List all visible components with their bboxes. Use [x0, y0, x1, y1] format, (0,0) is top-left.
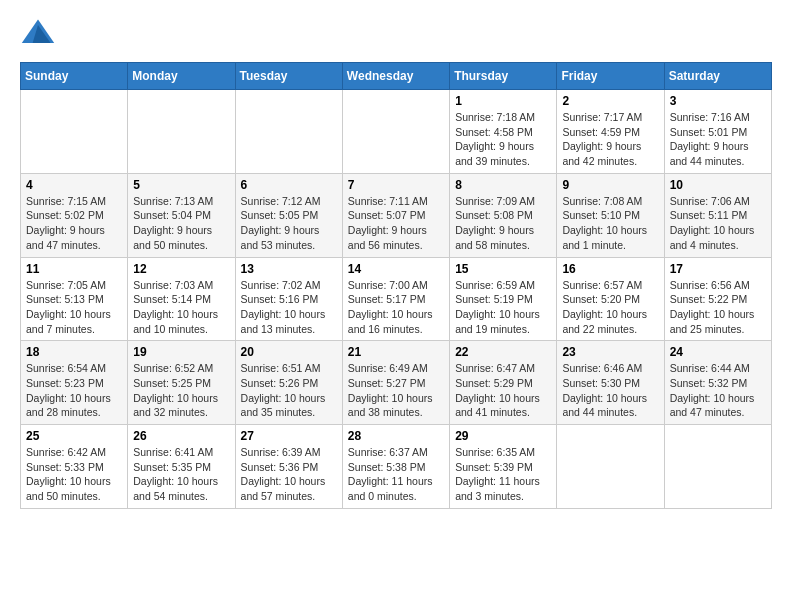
- day-info: Sunrise: 7:17 AM Sunset: 4:59 PM Dayligh…: [562, 110, 658, 169]
- calendar-cell: 19Sunrise: 6:52 AM Sunset: 5:25 PM Dayli…: [128, 341, 235, 425]
- calendar-cell: 2Sunrise: 7:17 AM Sunset: 4:59 PM Daylig…: [557, 90, 664, 174]
- calendar-cell: [342, 90, 449, 174]
- day-info: Sunrise: 6:54 AM Sunset: 5:23 PM Dayligh…: [26, 361, 122, 420]
- day-number: 16: [562, 262, 658, 276]
- calendar-cell: 13Sunrise: 7:02 AM Sunset: 5:16 PM Dayli…: [235, 257, 342, 341]
- calendar-cell: 27Sunrise: 6:39 AM Sunset: 5:36 PM Dayli…: [235, 425, 342, 509]
- day-info: Sunrise: 6:57 AM Sunset: 5:20 PM Dayligh…: [562, 278, 658, 337]
- day-number: 1: [455, 94, 551, 108]
- day-number: 9: [562, 178, 658, 192]
- week-row-3: 11Sunrise: 7:05 AM Sunset: 5:13 PM Dayli…: [21, 257, 772, 341]
- day-info: Sunrise: 7:00 AM Sunset: 5:17 PM Dayligh…: [348, 278, 444, 337]
- weekday-header-sunday: Sunday: [21, 63, 128, 90]
- day-number: 20: [241, 345, 337, 359]
- week-row-4: 18Sunrise: 6:54 AM Sunset: 5:23 PM Dayli…: [21, 341, 772, 425]
- day-number: 26: [133, 429, 229, 443]
- calendar-cell: 15Sunrise: 6:59 AM Sunset: 5:19 PM Dayli…: [450, 257, 557, 341]
- day-number: 22: [455, 345, 551, 359]
- calendar-cell: 3Sunrise: 7:16 AM Sunset: 5:01 PM Daylig…: [664, 90, 771, 174]
- day-number: 13: [241, 262, 337, 276]
- calendar-cell: 14Sunrise: 7:00 AM Sunset: 5:17 PM Dayli…: [342, 257, 449, 341]
- weekday-header-row: SundayMondayTuesdayWednesdayThursdayFrid…: [21, 63, 772, 90]
- weekday-header-saturday: Saturday: [664, 63, 771, 90]
- calendar-cell: 22Sunrise: 6:47 AM Sunset: 5:29 PM Dayli…: [450, 341, 557, 425]
- calendar-cell: 12Sunrise: 7:03 AM Sunset: 5:14 PM Dayli…: [128, 257, 235, 341]
- day-number: 15: [455, 262, 551, 276]
- day-info: Sunrise: 6:39 AM Sunset: 5:36 PM Dayligh…: [241, 445, 337, 504]
- day-number: 7: [348, 178, 444, 192]
- day-info: Sunrise: 7:13 AM Sunset: 5:04 PM Dayligh…: [133, 194, 229, 253]
- calendar-cell: 4Sunrise: 7:15 AM Sunset: 5:02 PM Daylig…: [21, 173, 128, 257]
- calendar-cell: 24Sunrise: 6:44 AM Sunset: 5:32 PM Dayli…: [664, 341, 771, 425]
- week-row-2: 4Sunrise: 7:15 AM Sunset: 5:02 PM Daylig…: [21, 173, 772, 257]
- day-number: 10: [670, 178, 766, 192]
- weekday-header-friday: Friday: [557, 63, 664, 90]
- day-number: 24: [670, 345, 766, 359]
- day-number: 14: [348, 262, 444, 276]
- day-info: Sunrise: 7:12 AM Sunset: 5:05 PM Dayligh…: [241, 194, 337, 253]
- calendar-cell: 16Sunrise: 6:57 AM Sunset: 5:20 PM Dayli…: [557, 257, 664, 341]
- day-info: Sunrise: 6:35 AM Sunset: 5:39 PM Dayligh…: [455, 445, 551, 504]
- calendar-table: SundayMondayTuesdayWednesdayThursdayFrid…: [20, 62, 772, 509]
- calendar-cell: 29Sunrise: 6:35 AM Sunset: 5:39 PM Dayli…: [450, 425, 557, 509]
- calendar-cell: 8Sunrise: 7:09 AM Sunset: 5:08 PM Daylig…: [450, 173, 557, 257]
- calendar-cell: 17Sunrise: 6:56 AM Sunset: 5:22 PM Dayli…: [664, 257, 771, 341]
- day-info: Sunrise: 6:47 AM Sunset: 5:29 PM Dayligh…: [455, 361, 551, 420]
- calendar-cell: 25Sunrise: 6:42 AM Sunset: 5:33 PM Dayli…: [21, 425, 128, 509]
- calendar-cell: 7Sunrise: 7:11 AM Sunset: 5:07 PM Daylig…: [342, 173, 449, 257]
- calendar-cell: 21Sunrise: 6:49 AM Sunset: 5:27 PM Dayli…: [342, 341, 449, 425]
- day-info: Sunrise: 7:02 AM Sunset: 5:16 PM Dayligh…: [241, 278, 337, 337]
- day-number: 28: [348, 429, 444, 443]
- day-info: Sunrise: 6:51 AM Sunset: 5:26 PM Dayligh…: [241, 361, 337, 420]
- logo-icon: [20, 16, 56, 52]
- calendar-cell: 6Sunrise: 7:12 AM Sunset: 5:05 PM Daylig…: [235, 173, 342, 257]
- calendar-cell: 9Sunrise: 7:08 AM Sunset: 5:10 PM Daylig…: [557, 173, 664, 257]
- day-info: Sunrise: 7:16 AM Sunset: 5:01 PM Dayligh…: [670, 110, 766, 169]
- day-number: 12: [133, 262, 229, 276]
- day-info: Sunrise: 6:46 AM Sunset: 5:30 PM Dayligh…: [562, 361, 658, 420]
- day-number: 21: [348, 345, 444, 359]
- day-number: 23: [562, 345, 658, 359]
- day-info: Sunrise: 6:44 AM Sunset: 5:32 PM Dayligh…: [670, 361, 766, 420]
- calendar-cell: 5Sunrise: 7:13 AM Sunset: 5:04 PM Daylig…: [128, 173, 235, 257]
- day-number: 5: [133, 178, 229, 192]
- calendar-cell: [128, 90, 235, 174]
- day-info: Sunrise: 7:18 AM Sunset: 4:58 PM Dayligh…: [455, 110, 551, 169]
- page-header: [20, 16, 772, 52]
- calendar-cell: 18Sunrise: 6:54 AM Sunset: 5:23 PM Dayli…: [21, 341, 128, 425]
- day-info: Sunrise: 7:11 AM Sunset: 5:07 PM Dayligh…: [348, 194, 444, 253]
- weekday-header-thursday: Thursday: [450, 63, 557, 90]
- day-number: 18: [26, 345, 122, 359]
- calendar-cell: 10Sunrise: 7:06 AM Sunset: 5:11 PM Dayli…: [664, 173, 771, 257]
- day-info: Sunrise: 6:56 AM Sunset: 5:22 PM Dayligh…: [670, 278, 766, 337]
- day-number: 27: [241, 429, 337, 443]
- calendar-cell: 20Sunrise: 6:51 AM Sunset: 5:26 PM Dayli…: [235, 341, 342, 425]
- day-info: Sunrise: 6:42 AM Sunset: 5:33 PM Dayligh…: [26, 445, 122, 504]
- day-number: 3: [670, 94, 766, 108]
- calendar-cell: 11Sunrise: 7:05 AM Sunset: 5:13 PM Dayli…: [21, 257, 128, 341]
- day-number: 19: [133, 345, 229, 359]
- day-number: 4: [26, 178, 122, 192]
- day-number: 11: [26, 262, 122, 276]
- day-info: Sunrise: 6:52 AM Sunset: 5:25 PM Dayligh…: [133, 361, 229, 420]
- day-info: Sunrise: 7:03 AM Sunset: 5:14 PM Dayligh…: [133, 278, 229, 337]
- calendar-cell: 28Sunrise: 6:37 AM Sunset: 5:38 PM Dayli…: [342, 425, 449, 509]
- calendar-cell: [557, 425, 664, 509]
- calendar-cell: [21, 90, 128, 174]
- calendar-cell: 1Sunrise: 7:18 AM Sunset: 4:58 PM Daylig…: [450, 90, 557, 174]
- day-info: Sunrise: 6:37 AM Sunset: 5:38 PM Dayligh…: [348, 445, 444, 504]
- day-number: 25: [26, 429, 122, 443]
- calendar-cell: [235, 90, 342, 174]
- day-info: Sunrise: 7:09 AM Sunset: 5:08 PM Dayligh…: [455, 194, 551, 253]
- day-number: 17: [670, 262, 766, 276]
- calendar-cell: [664, 425, 771, 509]
- day-info: Sunrise: 7:08 AM Sunset: 5:10 PM Dayligh…: [562, 194, 658, 253]
- weekday-header-tuesday: Tuesday: [235, 63, 342, 90]
- weekday-header-wednesday: Wednesday: [342, 63, 449, 90]
- day-number: 6: [241, 178, 337, 192]
- day-info: Sunrise: 6:59 AM Sunset: 5:19 PM Dayligh…: [455, 278, 551, 337]
- logo: [20, 16, 60, 52]
- day-info: Sunrise: 7:06 AM Sunset: 5:11 PM Dayligh…: [670, 194, 766, 253]
- week-row-5: 25Sunrise: 6:42 AM Sunset: 5:33 PM Dayli…: [21, 425, 772, 509]
- week-row-1: 1Sunrise: 7:18 AM Sunset: 4:58 PM Daylig…: [21, 90, 772, 174]
